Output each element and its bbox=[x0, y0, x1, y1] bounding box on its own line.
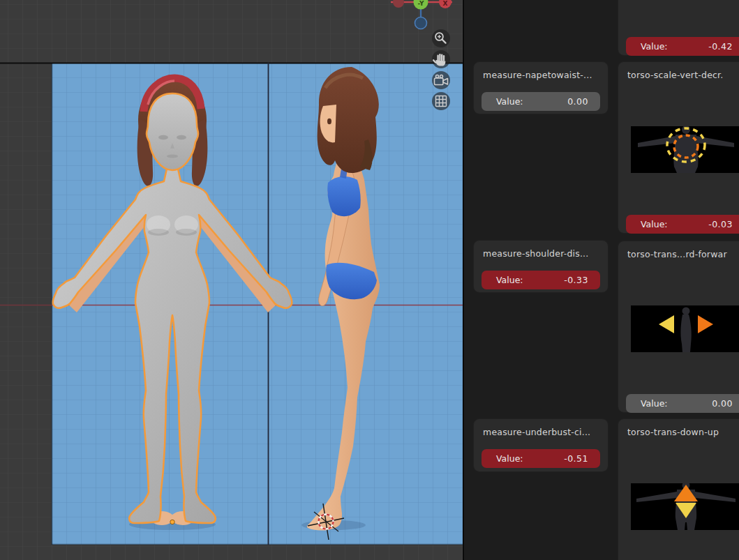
grid-ortho-icon[interactable] bbox=[432, 92, 450, 110]
object-origin-dot bbox=[170, 520, 174, 524]
gizmo-label-x: X bbox=[443, 0, 448, 7]
scale-circles-thumbnail bbox=[631, 126, 739, 173]
value-label: Value: bbox=[496, 275, 523, 285]
value-label: Value: bbox=[496, 453, 523, 464]
gizmo-axis-z[interactable] bbox=[415, 17, 427, 29]
value-slider[interactable]: Value: -0.03 bbox=[626, 215, 739, 234]
param-title: torso-trans...rd-forwar bbox=[618, 241, 739, 260]
morph-properties-panel: measure-napetowaist-... Value: 0.00 meas… bbox=[464, 0, 739, 560]
param-card-torso-trans-forward: torso-trans...rd-forwar Value: 0.00 bbox=[618, 241, 739, 413]
value-label: Value: bbox=[641, 41, 668, 52]
model-head bbox=[147, 93, 198, 170]
viewport-3d[interactable]: -Y X bbox=[0, 0, 464, 560]
zoom-in-icon[interactable] bbox=[432, 29, 450, 47]
blender-window: -Y X bbox=[0, 0, 739, 560]
param-card-measure-underbust: measure-underbust-ci... Value: -0.51 bbox=[473, 418, 609, 472]
param-title: measure-napetowaist-... bbox=[474, 62, 608, 81]
value-slider[interactable]: Value: -0.42 bbox=[626, 37, 739, 56]
value-number: -0.51 bbox=[564, 453, 588, 464]
gizmo-label-neg-y: -Y bbox=[418, 0, 424, 7]
value-number: 0.00 bbox=[567, 96, 588, 107]
param-title: measure-underbust-ci... bbox=[474, 419, 608, 438]
value-number: -0.33 bbox=[564, 275, 588, 285]
param-card-torso-trans-down-up: torso-trans-down-up bbox=[618, 418, 739, 560]
value-number: -0.03 bbox=[708, 219, 733, 229]
value-label: Value: bbox=[641, 219, 668, 229]
param-title: torso-scale-vert-decr. bbox=[618, 62, 739, 81]
translate-down-up-thumbnail bbox=[631, 483, 739, 530]
translate-back-forward-thumbnail bbox=[631, 305, 739, 352]
value-slider[interactable]: Value: 0.00 bbox=[482, 92, 600, 111]
value-label: Value: bbox=[641, 398, 668, 409]
param-title: measure-shoulder-dis... bbox=[474, 241, 608, 259]
pan-hand-icon[interactable] bbox=[432, 50, 450, 68]
value-slider[interactable]: Value: -0.51 bbox=[482, 449, 600, 468]
value-slider[interactable]: Value: 0.00 bbox=[626, 394, 739, 413]
value-slider[interactable]: Value: -0.33 bbox=[482, 271, 600, 289]
param-card-torso-scale-vert: torso-scale-vert-decr. Value: -0.03 bbox=[618, 61, 739, 234]
param-title: torso-trans-down-up bbox=[618, 419, 739, 438]
param-card-partial-top: Value: -0.42 bbox=[618, 0, 739, 56]
param-card-measure-napetowaist: measure-napetowaist-... Value: 0.00 bbox=[473, 61, 609, 114]
camera-view-icon[interactable] bbox=[432, 71, 450, 89]
value-number: 0.00 bbox=[712, 398, 733, 409]
side-bra bbox=[327, 176, 361, 216]
value-label: Value: bbox=[496, 96, 523, 107]
value-number: -0.42 bbox=[708, 41, 733, 52]
param-card-measure-shoulder: measure-shoulder-dis... Value: -0.33 bbox=[473, 240, 609, 293]
side-eye bbox=[327, 119, 331, 124]
